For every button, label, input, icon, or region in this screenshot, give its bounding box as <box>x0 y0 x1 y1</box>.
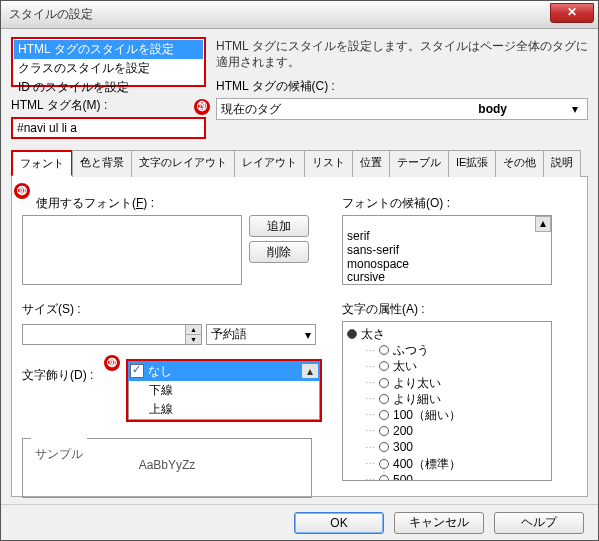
list-item[interactable]: sans-serif <box>347 244 547 258</box>
tab-content-font: ㉚ 使用するフォント(F) : 追加 削除 サイズ(S) : ▲▼ <box>11 177 588 497</box>
window-title: スタイルの設定 <box>9 6 93 23</box>
tab-desc[interactable]: 説明 <box>543 150 581 177</box>
attribute-label: 文字の属性(A) : <box>342 301 577 318</box>
decoration-label: 文字飾り(D) : <box>22 367 98 384</box>
font-selection-box[interactable] <box>22 215 242 285</box>
decoration-option[interactable]: 上線 <box>129 400 319 419</box>
marker-30a: ㉚ <box>14 183 30 199</box>
tab-ie-ext[interactable]: IE拡張 <box>448 150 496 177</box>
list-item[interactable]: serif <box>347 230 547 244</box>
help-button[interactable]: ヘルプ <box>494 512 584 534</box>
dialog-body: HTML タグのスタイルを設定 クラスのスタイルを設定 ID のスタイルを設定 … <box>1 29 598 505</box>
tab-table[interactable]: テーブル <box>389 150 449 177</box>
radio-icon[interactable] <box>379 410 389 420</box>
decoration-checkbox[interactable] <box>130 364 144 378</box>
spinner-buttons[interactable]: ▲▼ <box>185 325 201 344</box>
radio-icon[interactable] <box>379 459 389 469</box>
description-text: HTML タグにスタイルを設定します。スタイルはページ全体のタグに適用されます。 <box>216 39 588 70</box>
close-button[interactable]: ✕ <box>550 3 594 23</box>
current-tag-value: body <box>478 102 507 116</box>
size-spinner[interactable]: ▲▼ <box>22 324 202 345</box>
style-type-class[interactable]: クラスのスタイルを設定 <box>14 59 203 78</box>
size-label: サイズ(S) : <box>22 301 322 318</box>
reserved-word-dropdown[interactable]: 予約語 ▾ <box>206 324 316 345</box>
current-tag-label: 現在のタグ <box>221 101 478 118</box>
sample-label: サンプル <box>31 431 87 477</box>
font-candidates-label: フォントの候補(O) : <box>342 195 577 212</box>
radio-icon[interactable] <box>379 426 389 436</box>
tagname-label: HTML タグ名(M) : <box>11 97 206 114</box>
attribute-tree[interactable]: 太さ ⋯ふつう ⋯太い ⋯より太い ⋯より細い ⋯100（細い） ⋯200 ⋯3… <box>342 321 552 481</box>
decoration-option[interactable]: 下線 <box>129 381 319 400</box>
delete-button[interactable]: 削除 <box>249 241 309 263</box>
tab-color-bg[interactable]: 色と背景 <box>72 150 132 177</box>
radio-icon[interactable] <box>379 345 389 355</box>
radio-icon[interactable] <box>379 475 389 481</box>
radio-icon[interactable] <box>379 378 389 388</box>
decoration-selected: なし <box>148 363 302 380</box>
scroll-up-icon[interactable]: ▴ <box>535 216 551 232</box>
style-type-id[interactable]: ID のスタイルを設定 <box>14 78 203 97</box>
radio-icon[interactable] <box>379 394 389 404</box>
candidates-label: HTML タグの候補(C) : <box>216 78 588 95</box>
radio-icon[interactable] <box>379 442 389 452</box>
font-candidates-list[interactable]: ▴ serif sans-serif monospace cursive <box>342 215 552 285</box>
add-button[interactable]: 追加 <box>249 215 309 237</box>
tab-font[interactable]: フォント <box>11 150 73 177</box>
titlebar: スタイルの設定 ✕ <box>1 1 598 29</box>
chevron-up-icon: ▴ <box>302 364 318 378</box>
ok-button[interactable]: OK <box>294 512 384 534</box>
tab-other[interactable]: その他 <box>495 150 544 177</box>
sample-preview: サンプル AaBbYyZz <box>22 438 312 498</box>
list-item[interactable]: cursive <box>347 271 547 285</box>
sample-text: AaBbYyZz <box>139 458 196 472</box>
tab-text-layout[interactable]: 文字のレイアウト <box>131 150 235 177</box>
tab-list[interactable]: リスト <box>304 150 353 177</box>
tab-layout[interactable]: レイアウト <box>234 150 305 177</box>
list-item[interactable]: monospace <box>347 258 547 272</box>
current-tag-dropdown[interactable]: 現在のタグ body ▾ <box>216 98 588 120</box>
dialog-window: スタイルの設定 ✕ HTML タグのスタイルを設定 クラスのスタイルを設定 ID… <box>0 0 599 541</box>
chevron-down-icon: ▾ <box>567 102 583 116</box>
style-type-list[interactable]: HTML タグのスタイルを設定 クラスのスタイルを設定 ID のスタイルを設定 <box>11 37 206 87</box>
cancel-button[interactable]: キャンセル <box>394 512 484 534</box>
marker-29: ㉙ <box>194 99 210 115</box>
decoration-dropdown[interactable]: なし ▴ 下線 上線 <box>126 359 322 422</box>
tab-bar: フォント 色と背景 文字のレイアウト レイアウト リスト 位置 テーブル IE拡… <box>11 149 588 177</box>
radio-icon[interactable] <box>379 361 389 371</box>
marker-30b: ㉚ <box>104 355 120 371</box>
decoration-option-list: 下線 上線 <box>128 381 320 420</box>
radio-icon[interactable] <box>347 329 357 339</box>
tagname-input[interactable] <box>11 117 206 139</box>
chevron-down-icon: ▾ <box>305 328 311 342</box>
tab-position[interactable]: 位置 <box>352 150 390 177</box>
use-font-label: 使用するフォント(F) : <box>36 195 322 212</box>
dialog-button-bar: OK キャンセル ヘルプ <box>1 504 598 540</box>
style-type-html-tag[interactable]: HTML タグのスタイルを設定 <box>14 40 203 59</box>
